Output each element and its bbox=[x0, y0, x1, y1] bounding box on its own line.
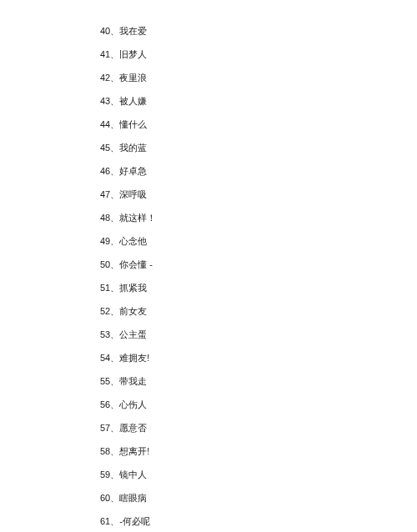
item-number: 47 bbox=[100, 189, 110, 199]
item-text: 愿意否 bbox=[119, 423, 147, 433]
item-text: 我的蓝 bbox=[119, 143, 147, 153]
item-number: 43 bbox=[100, 96, 110, 106]
list-item: 61、-何必呢 bbox=[100, 517, 417, 526]
item-separator: 、 bbox=[110, 236, 119, 246]
item-separator: 、 bbox=[110, 423, 119, 433]
list-item: 43、被人嫌 bbox=[100, 97, 417, 106]
list-item: 46、好卓急 bbox=[100, 167, 417, 176]
item-text: 抓紧我 bbox=[119, 283, 147, 293]
item-number: 53 bbox=[100, 329, 110, 339]
item-text: 深呼吸 bbox=[119, 189, 147, 199]
item-separator: 、 bbox=[110, 143, 119, 153]
item-separator: 、 bbox=[110, 469, 119, 479]
item-separator: 、 bbox=[110, 446, 119, 456]
item-number: 46 bbox=[100, 166, 110, 176]
list-item: 54、难拥友! bbox=[100, 354, 417, 363]
list-item: 52、前女友 bbox=[100, 307, 417, 316]
item-separator: 、 bbox=[110, 119, 119, 129]
list-item: 41、旧梦人 bbox=[100, 50, 417, 59]
item-number: 52 bbox=[100, 306, 110, 316]
document-page: 40、我在爱41、旧梦人42、夜里浪43、被人嫌44、懂什么45、我的蓝46、好… bbox=[0, 0, 417, 526]
item-number: 56 bbox=[100, 399, 110, 409]
item-separator: 、 bbox=[110, 283, 119, 293]
item-separator: 、 bbox=[110, 399, 119, 409]
item-number: 44 bbox=[100, 119, 110, 129]
item-text: 就这样！ bbox=[119, 213, 156, 223]
item-separator: 、 bbox=[110, 329, 119, 339]
item-number: 51 bbox=[100, 283, 110, 293]
list-item: 55、带我走 bbox=[100, 377, 417, 386]
item-number: 59 bbox=[100, 469, 110, 479]
list-item: 45、我的蓝 bbox=[100, 143, 417, 153]
item-separator: 、 bbox=[110, 306, 119, 316]
item-separator: 、 bbox=[110, 49, 119, 59]
item-separator: 、 bbox=[110, 26, 119, 36]
item-number: 48 bbox=[100, 213, 110, 223]
list-item: 42、夜里浪 bbox=[100, 73, 417, 83]
item-text: 心念他 bbox=[119, 236, 147, 246]
item-text: -何必呢 bbox=[119, 516, 150, 526]
item-number: 60 bbox=[100, 493, 110, 503]
item-separator: 、 bbox=[110, 493, 119, 503]
item-separator: 、 bbox=[110, 96, 119, 106]
item-number: 58 bbox=[100, 446, 110, 456]
item-text: 带我走 bbox=[119, 376, 147, 386]
item-number: 54 bbox=[100, 353, 110, 363]
item-number: 50 bbox=[100, 259, 110, 269]
item-text: 旧梦人 bbox=[119, 49, 147, 59]
list-item: 44、懂什么 bbox=[100, 120, 417, 129]
item-text: 心伤人 bbox=[119, 399, 147, 409]
item-separator: 、 bbox=[110, 259, 119, 269]
item-number: 40 bbox=[100, 26, 110, 36]
list-item: 57、愿意否 bbox=[100, 424, 417, 433]
item-number: 49 bbox=[100, 236, 110, 246]
item-number: 57 bbox=[100, 423, 110, 433]
item-text: 你会懂 - bbox=[119, 259, 153, 269]
item-separator: 、 bbox=[110, 73, 119, 83]
item-text: 被人嫌 bbox=[119, 96, 147, 106]
item-text: 我在爱 bbox=[119, 26, 147, 36]
list-item: 50、你会懂 - bbox=[100, 260, 417, 269]
list-item: 48、就这样！ bbox=[100, 213, 417, 223]
item-text: 想离开! bbox=[119, 446, 149, 456]
item-separator: 、 bbox=[110, 213, 119, 223]
list-item: 56、心伤人 bbox=[100, 400, 417, 409]
numbered-list: 40、我在爱41、旧梦人42、夜里浪43、被人嫌44、懂什么45、我的蓝46、好… bbox=[100, 27, 417, 526]
item-number: 42 bbox=[100, 73, 110, 83]
item-text: 瞎眼病 bbox=[119, 493, 147, 503]
item-separator: 、 bbox=[110, 189, 119, 199]
item-text: 难拥友! bbox=[119, 353, 149, 363]
item-text: 镜中人 bbox=[119, 469, 147, 479]
item-text: 夜里浪 bbox=[119, 73, 147, 83]
list-item: 59、镜中人 bbox=[100, 470, 417, 479]
item-text: 好卓急 bbox=[119, 166, 147, 176]
item-text: 懂什么 bbox=[119, 119, 147, 129]
item-separator: 、 bbox=[110, 353, 119, 363]
item-number: 41 bbox=[100, 49, 110, 59]
item-number: 55 bbox=[100, 376, 110, 386]
list-item: 51、抓紧我 bbox=[100, 284, 417, 293]
list-item: 47、深呼吸 bbox=[100, 190, 417, 199]
item-number: 61 bbox=[100, 516, 110, 526]
list-item: 58、想离开! bbox=[100, 447, 417, 456]
item-separator: 、 bbox=[110, 376, 119, 386]
list-item: 49、心念他 bbox=[100, 237, 417, 246]
list-item: 60、瞎眼病 bbox=[100, 494, 417, 503]
item-text: 公主蛋 bbox=[119, 329, 147, 339]
list-item: 53、公主蛋 bbox=[100, 330, 417, 339]
list-item: 40、我在爱 bbox=[100, 27, 417, 36]
item-separator: 、 bbox=[110, 166, 119, 176]
item-number: 45 bbox=[100, 143, 110, 153]
item-separator: 、 bbox=[110, 516, 119, 526]
item-text: 前女友 bbox=[119, 306, 147, 316]
